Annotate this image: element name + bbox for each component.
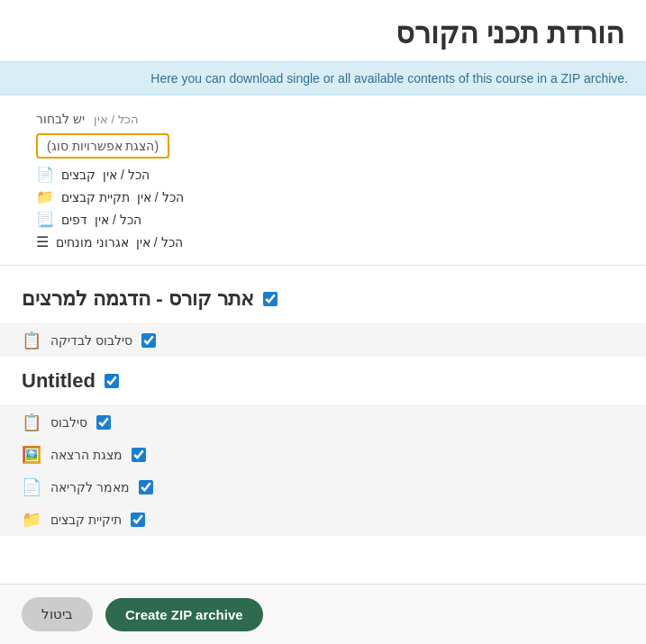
sub-item-1-1: מצגת הרצאה 🖼️	[0, 439, 646, 471]
item-label-1-2: מאמר לקריאה	[50, 480, 130, 494]
item-icon-1-3: 📁	[22, 510, 41, 530]
footer-bar: Create ZIP archive ביטול	[0, 584, 646, 644]
pages-icon: 📃	[36, 211, 54, 228]
course-row-1: Untitled	[0, 357, 646, 406]
info-bar: Here you can download single or all avai…	[0, 61, 646, 95]
item-label-1-1: מצגת הרצאה	[50, 448, 123, 462]
page-title: הורדת תכני הקורס	[0, 0, 646, 61]
item-checkbox-1-2[interactable]	[139, 480, 153, 494]
pages-label: דפים	[61, 213, 87, 227]
filter-row-organizers: הכל / אין אגרוני מונחים ☰	[36, 233, 610, 250]
cancel-button[interactable]: ביטול	[22, 597, 93, 631]
create-zip-button[interactable]: Create ZIP archive	[105, 598, 263, 631]
pages-links[interactable]: הכל / אין	[95, 213, 141, 227]
course-row-0: אתר קורס - הדגמה למרצים	[0, 275, 646, 324]
course-checkbox-0[interactable]	[263, 292, 278, 306]
sub-item-0-0: סילבוס לבדיקה 📋	[0, 324, 646, 357]
organizers-icon: ☰	[36, 233, 49, 250]
item-icon-1-0: 📋	[22, 413, 41, 432]
folder-icon: 📁	[36, 188, 54, 205]
course-checkbox-1[interactable]	[105, 374, 119, 388]
folders-label: תקיית קבצים	[61, 190, 130, 204]
filter-row-files: הכל / אין קבצים 📄	[36, 166, 610, 183]
course-title-1: Untitled	[22, 369, 96, 393]
filter-row-folders: הכל / אין תקיית קבצים 📁	[36, 188, 610, 205]
sub-item-1-0: סילבוס 📋	[0, 406, 646, 439]
files-links[interactable]: הכל / אין	[103, 168, 150, 182]
select-label: יש לבחור	[36, 112, 85, 126]
file-icon: 📄	[36, 166, 54, 183]
item-icon-1-1: 🖼️	[22, 445, 41, 465]
filter-row-pages: הכל / אין דפים 📃	[36, 211, 610, 228]
item-label-1-0: סילבוס	[50, 415, 87, 430]
content-section: אתר קורס - הדגמה למרצים סילבוס לבדיקה 📋 …	[0, 266, 646, 536]
organizers-links[interactable]: הכל / אין	[136, 235, 183, 249]
item-checkbox-1-1[interactable]	[132, 448, 146, 462]
select-links[interactable]: הכל / אין	[94, 113, 139, 126]
item-icon-0-0: 📋	[22, 331, 41, 350]
item-checkbox-0-0[interactable]	[141, 333, 156, 348]
item-icon-1-2: 📄	[22, 477, 41, 497]
folders-links[interactable]: הכל / אין	[137, 190, 184, 204]
type-select-label: (הצגת אפשרויות סוג)	[47, 139, 159, 153]
info-text: Here you can download single or all avai…	[150, 71, 628, 86]
type-select-box[interactable]: (הצגת אפשרויות סוג)	[36, 133, 169, 159]
filter-row-select: הכל / אין יש לבחור	[36, 112, 610, 126]
item-label-1-3: תיקיית קבצים	[50, 512, 122, 527]
item-label-0-0: סילבוס לבדיקה	[50, 333, 132, 348]
item-checkbox-1-0[interactable]	[96, 415, 111, 430]
course-title-0: אתר קורס - הדגמה למרצים	[22, 287, 254, 311]
organizers-label: אגרוני מונחים	[56, 235, 129, 249]
page-wrapper: הורדת תכני הקורס Here you can download s…	[0, 0, 646, 644]
filter-section: הכל / אין יש לבחור (הצגת אפשרויות סוג) ה…	[0, 95, 646, 266]
sub-item-1-3: תיקיית קבצים 📁	[0, 503, 646, 536]
item-checkbox-1-3[interactable]	[131, 512, 145, 527]
sub-item-1-2: מאמר לקריאה 📄	[0, 471, 646, 503]
files-label: קבצים	[61, 168, 96, 182]
